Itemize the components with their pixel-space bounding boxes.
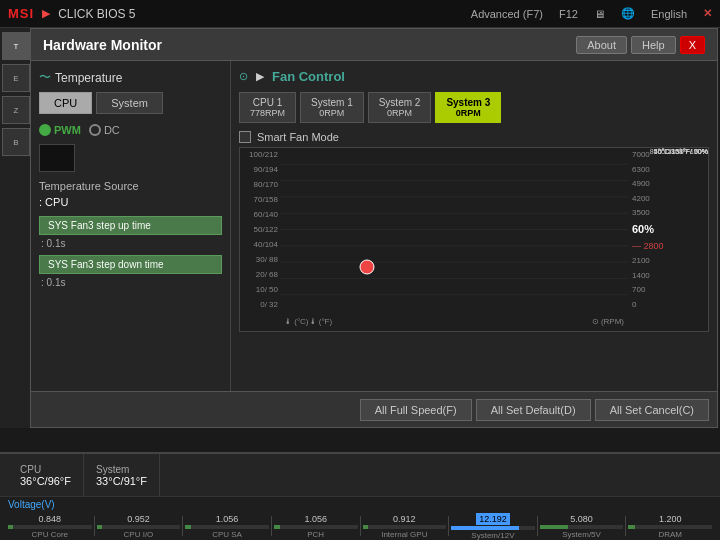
top-bar: MSI ▶ CLICK BIOS 5 Advanced (F7) F12 🖥 🌐… (0, 0, 720, 28)
language-label[interactable]: English (651, 8, 687, 20)
pwm-dc-row: PWM DC (39, 124, 222, 136)
temperature-label: Temperature (55, 71, 122, 85)
close-hw-button[interactable]: X (680, 36, 705, 54)
y-40: 40/104 (242, 240, 278, 249)
temp-wave-icon: 〜 (39, 69, 51, 86)
voltage-bars: 0.848CPU Core0.952CPU I/O1.056CPU SA1.05… (0, 512, 720, 540)
voltage-value: 1.200 (659, 514, 682, 524)
fan-sys2-rpm: 0RPM (379, 108, 421, 118)
voltage-name: CPU I/O (124, 530, 154, 539)
close-topbar-btn[interactable]: ✕ (703, 7, 712, 20)
svg-point-10 (360, 260, 374, 274)
sidebar-tab-1[interactable]: E (2, 64, 30, 92)
dc-label: DC (104, 124, 120, 136)
fan-sys2-btn[interactable]: System 2 0RPM (368, 92, 432, 123)
voltage-name: Internal GPU (381, 530, 427, 539)
voltage-item-PCH: 1.056PCH (274, 514, 358, 539)
y-80: 80/170 (242, 180, 278, 189)
bios-title: CLICK BIOS 5 (58, 7, 135, 21)
fan-sys3-btn[interactable]: System 3 0RPM (435, 92, 501, 123)
voltage-name: PCH (307, 530, 324, 539)
step-up-value: : 0.1s (39, 238, 222, 249)
fan-control-header: ⊙ ▶ Fan Control (239, 69, 709, 84)
bios-icon: ▶ (42, 7, 50, 20)
voltage-bar-track (97, 525, 181, 529)
xaxis-celsius: 🌡 (°C) (284, 317, 309, 326)
dc-radio[interactable]: DC (89, 124, 120, 136)
y-20: 20/ 68 (242, 270, 278, 279)
temp-source-value: : CPU (39, 196, 222, 208)
rpm-6300: 6300 (632, 165, 704, 174)
smart-fan-checkbox[interactable] (239, 131, 251, 143)
fan-sys1-rpm: 0RPM (311, 108, 353, 118)
y-50: 50/122 (242, 225, 278, 234)
y-30: 30/ 88 (242, 255, 278, 264)
voltage-name: CPU Core (32, 530, 68, 539)
y-60: 60/140 (242, 210, 278, 219)
temperature-section: 〜 Temperature CPU System (39, 69, 222, 114)
cpu-tab[interactable]: CPU (39, 92, 92, 114)
right-panel: ⊙ ▶ Fan Control CPU 1 778RPM System 1 0R… (231, 61, 717, 391)
y-0: 0/ 32 (242, 300, 278, 309)
step-down-button[interactable]: SYS Fan3 step down time (39, 255, 222, 274)
voltage-section-label: Voltage(V) (0, 497, 720, 512)
chart-xaxis: 🌡 (°C) 🌡 (°F) ⊙ (RPM) (280, 311, 628, 331)
sidebar-tab-3[interactable]: B (2, 128, 30, 156)
rpm-0: 0 (632, 300, 704, 309)
voltage-name: System/5V (562, 530, 601, 539)
voltage-bar-track (363, 525, 447, 529)
system-tab[interactable]: System (96, 92, 163, 114)
fan-cpu1-rpm: 778RPM (250, 108, 285, 118)
sidebar-tab-temp[interactable]: T (2, 32, 30, 60)
voltage-bar-fill (363, 525, 368, 529)
voltage-divider (271, 516, 272, 536)
fan-icon: ⊙ (239, 70, 248, 83)
help-button[interactable]: Help (631, 36, 676, 54)
voltage-name: DRAM (658, 530, 682, 539)
pwm-radio[interactable]: PWM (39, 124, 81, 136)
xaxis-fahrenheit: 🌡 (°F) (309, 317, 333, 326)
rpm-3500: 3500 (632, 208, 704, 217)
voltage-bar-track (185, 525, 269, 529)
pwm-label: PWM (54, 124, 81, 136)
rpm-1400: 1400 (632, 271, 704, 280)
voltage-value: 0.912 (393, 514, 416, 524)
step-up-button[interactable]: SYS Fan3 step up time (39, 216, 222, 235)
about-button[interactable]: About (576, 36, 627, 54)
fan-cpu1-btn[interactable]: CPU 1 778RPM (239, 92, 296, 123)
voltage-divider (625, 516, 626, 536)
fan-sys1-btn[interactable]: System 1 0RPM (300, 92, 364, 123)
voltage-name: System/12V (471, 531, 514, 540)
topbar-center: Advanced (F7) F12 🖥 🌐 English ✕ (471, 7, 712, 20)
smart-fan-row[interactable]: Smart Fan Mode (239, 131, 709, 143)
voltage-item-CPU-I-O: 0.952CPU I/O (97, 514, 181, 539)
y-90: 90/194 (242, 165, 278, 174)
arrow-icon: ▶ (256, 70, 264, 83)
full-speed-button[interactable]: All Full Speed(F) (360, 399, 472, 421)
fan-cpu1-name: CPU 1 (250, 97, 285, 108)
voltage-value: 5.080 (570, 514, 593, 524)
set-default-button[interactable]: All Set Default(D) (476, 399, 591, 421)
left-sidebar: T E Z B (0, 28, 32, 428)
voltage-bar-fill (97, 525, 102, 529)
rpm-4900: 4900 (632, 179, 704, 188)
advanced-label[interactable]: Advanced (F7) (471, 8, 543, 20)
fan-speed-row: CPU 1 778RPM System 1 0RPM System 2 0RPM… (239, 92, 709, 123)
fan-sys1-name: System 1 (311, 97, 353, 108)
voltage-bar-track (540, 525, 624, 529)
chart-svg (280, 148, 628, 311)
voltage-item-Internal-GPU: 0.912Internal GPU (363, 514, 447, 539)
lang-icon: 🌐 (621, 7, 635, 20)
voltage-divider (448, 516, 449, 536)
voltage-bar-fill (185, 525, 191, 529)
sidebar-tab-2[interactable]: Z (2, 96, 30, 124)
voltage-bar-fill (274, 525, 280, 529)
voltage-value: 12.192 (476, 513, 510, 525)
rpm-700: 700 (632, 285, 704, 294)
bottom-bar: All Full Speed(F) All Set Default(D) All… (31, 391, 717, 427)
voltage-divider (537, 516, 538, 536)
f12-label[interactable]: F12 (559, 8, 578, 20)
set-cancel-button[interactable]: All Set Cancel(C) (595, 399, 709, 421)
temp-header: 〜 Temperature (39, 69, 222, 86)
cpu-reading: CPU 36°C/96°F (8, 454, 84, 496)
